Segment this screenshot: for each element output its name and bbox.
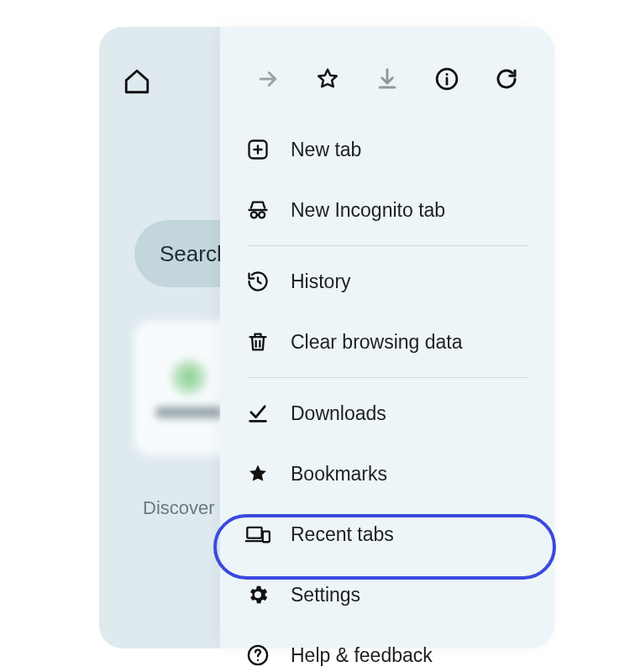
star-filled-icon: [245, 461, 270, 486]
download-check-icon: [245, 401, 270, 426]
help-icon: [245, 643, 270, 668]
gear-icon: [245, 582, 270, 607]
search-label: Search: [160, 241, 228, 267]
incognito-icon: [245, 197, 270, 223]
svg-point-2: [445, 73, 448, 76]
menu-item-downloads[interactable]: Downloads: [230, 383, 544, 444]
menu-item-help[interactable]: Help & feedback: [230, 625, 544, 672]
menu-item-settings[interactable]: Settings: [230, 564, 544, 625]
menu-item-label: History: [291, 270, 351, 293]
menu-list: New tab New Incognito tab H: [220, 119, 554, 672]
menu-item-recent-tabs[interactable]: Recent tabs: [230, 504, 544, 564]
menu-item-incognito[interactable]: New Incognito tab: [230, 180, 544, 240]
svg-rect-12: [247, 528, 261, 538]
plus-square-icon: [245, 137, 270, 162]
menu-top-row: [220, 59, 554, 119]
menu-item-label: Settings: [291, 584, 360, 606]
menu-item-bookmarks[interactable]: Bookmarks: [230, 444, 544, 504]
menu-divider: [247, 377, 528, 378]
menu-item-label: Help & feedback: [291, 644, 433, 667]
home-icon[interactable]: [123, 67, 151, 96]
devices-icon: [245, 522, 270, 547]
menu-item-label: Bookmarks: [291, 463, 387, 486]
menu-item-label: Recent tabs: [291, 523, 394, 546]
menu-item-label: Downloads: [291, 402, 386, 425]
history-icon: [245, 269, 270, 294]
app-frame: Search Discover -: [0, 0, 630, 672]
trash-icon: [245, 329, 270, 354]
menu-item-history[interactable]: History: [230, 251, 544, 312]
download-icon[interactable]: [367, 59, 407, 99]
star-icon[interactable]: [307, 59, 348, 99]
svg-rect-14: [263, 532, 270, 543]
menu-item-label: Clear browsing data: [291, 331, 463, 354]
menu-item-label: New tab: [291, 139, 361, 161]
menu-item-new-tab[interactable]: New tab: [230, 119, 544, 180]
menu-item-clear-data[interactable]: Clear browsing data: [230, 312, 544, 372]
discover-label: Discover -: [143, 497, 226, 519]
overflow-menu: New tab New Incognito tab H: [220, 27, 554, 648]
svg-point-16: [257, 659, 259, 661]
reload-icon[interactable]: [486, 59, 527, 99]
info-icon[interactable]: [427, 59, 467, 99]
menu-divider: [247, 245, 528, 246]
forward-icon: [248, 59, 288, 99]
menu-item-label: New Incognito tab: [291, 199, 445, 222]
